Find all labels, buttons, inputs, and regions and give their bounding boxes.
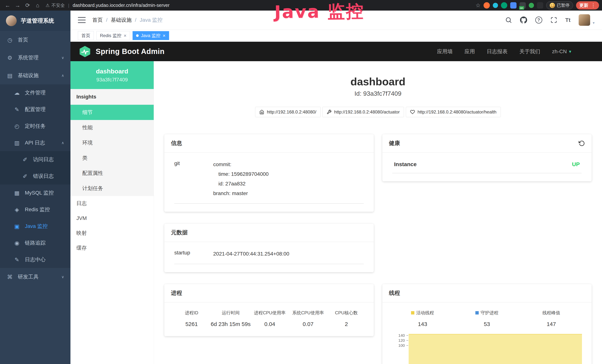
tag-label: Java 监控 xyxy=(141,33,160,39)
reload-icon[interactable]: ⟳ xyxy=(23,1,32,10)
git-row: git commit: time: 1596289704000 id: 27aa… xyxy=(174,159,364,203)
github-icon[interactable] xyxy=(520,17,527,23)
fullscreen-icon[interactable] xyxy=(550,17,557,23)
sidebar-item-error-logs[interactable]: ✐ 错误日志 xyxy=(0,168,70,184)
sba-nav-journal[interactable]: 日志报表 xyxy=(487,48,508,55)
sba-item-environment[interactable]: 环境 xyxy=(70,135,154,150)
address-bar[interactable]: ⚠ 不安全 | dashboard.yudao.iocoder.cn/infra… xyxy=(46,2,475,8)
chevron-down-icon: ▾ xyxy=(569,49,571,54)
health-url: http://192.168.0.2:48080/actuator/health xyxy=(418,109,496,115)
sba-nav-wallboard[interactable]: 应用墙 xyxy=(437,48,453,55)
browser-home-icon[interactable]: ⌂ xyxy=(33,1,42,10)
sidebar-item-dev-tools[interactable]: ⌘ 研发工具 ∨ xyxy=(0,268,70,286)
sidebar-item-label: 错误日志 xyxy=(33,173,54,180)
extension-switch-icon[interactable]: on xyxy=(519,2,526,9)
y-tick: 140 xyxy=(398,333,405,338)
history-icon[interactable] xyxy=(579,140,585,147)
search-icon[interactable] xyxy=(505,17,512,23)
tag-java-monitor[interactable]: Java 监控 × xyxy=(133,31,169,40)
info-card: 信息 git commit: time: 1596289704000 id: 2… xyxy=(164,134,374,212)
sidebar-item-api-logs[interactable]: ▥ API 日志 ∧ xyxy=(0,134,70,151)
app-logo[interactable]: 芋道管理系统 xyxy=(0,11,70,31)
sidebar-item-tracing[interactable]: ◉ 链路追踪 xyxy=(0,235,70,251)
extension-leaf-icon[interactable] xyxy=(529,3,534,8)
actuator-url-button[interactable]: http://192.168.0.2:48080/actuator xyxy=(322,107,404,117)
breadcrumb-infra[interactable]: 基础设施 xyxy=(111,17,132,23)
extension-check-icon[interactable] xyxy=(501,2,507,9)
sidebar-item-access-logs[interactable]: ✐ 访问日志 xyxy=(0,151,70,168)
home-icon xyxy=(259,110,264,114)
instance-links: http://192.168.0.2:48080/ http://192.168… xyxy=(164,107,592,117)
close-icon[interactable]: × xyxy=(124,33,127,38)
sba-nav-about[interactable]: 关于我们 xyxy=(519,48,540,55)
url-text[interactable]: dashboard.yudao.iocoder.cn/infra/admin-s… xyxy=(73,3,170,8)
tag-label: 首页 xyxy=(81,33,90,39)
hamburger-icon[interactable] xyxy=(78,17,86,23)
sidebar-item-config-manage[interactable]: ✎ 配置管理 xyxy=(0,101,70,118)
sidebar-item-label: API 日志 xyxy=(25,139,45,146)
sba-item-jvm[interactable]: JVM xyxy=(70,211,154,226)
security-warning[interactable]: ⚠ 不安全 xyxy=(46,2,65,8)
sba-brand[interactable]: Spring Boot Admin xyxy=(79,46,164,57)
heart-icon xyxy=(410,110,415,114)
sba-item-scheduled-tasks[interactable]: 计划任务 xyxy=(70,181,154,196)
sba-title: Spring Boot Admin xyxy=(96,47,164,56)
sba-item-config-props[interactable]: 配置属性 xyxy=(70,166,154,181)
sba-nav-applications[interactable]: 应用 xyxy=(465,48,475,55)
sba-item-mappings[interactable]: 映射 xyxy=(70,226,154,240)
instance-id: 93a3fc7f7409 xyxy=(97,77,128,83)
sidebar-item-scheduled-jobs[interactable]: ◴ 定时任务 xyxy=(0,118,70,134)
extension-grid-icon[interactable] xyxy=(510,2,516,9)
instance-header[interactable]: dashboard 93a3fc7f7409 xyxy=(70,61,154,89)
service-url-button[interactable]: http://192.168.0.2:48080/ xyxy=(255,107,321,117)
process-value-cpu: 0.04 xyxy=(251,321,289,327)
update-button[interactable]: 更新 ⋮ xyxy=(576,1,599,10)
back-icon[interactable]: ← xyxy=(3,1,12,10)
instance-title: dashboard xyxy=(164,75,592,88)
sidebar-item-label: Redis 监控 xyxy=(25,206,50,213)
health-instance-label: Instance xyxy=(394,161,417,167)
sba-item-logs[interactable]: 日志 xyxy=(70,196,154,211)
sba-item-metrics[interactable]: 性能 xyxy=(70,120,154,135)
sidebar-item-label: 配置管理 xyxy=(25,106,46,113)
extension-puzzle-icon[interactable] xyxy=(537,2,543,9)
sba-body: dashboard 93a3fc7f7409 Insights 细节 性能 环境… xyxy=(70,61,602,364)
close-icon[interactable]: × xyxy=(163,33,166,38)
user-avatar[interactable] xyxy=(579,14,590,26)
paused-badge[interactable]: 已暂停 xyxy=(546,1,573,10)
tag-redis-monitor[interactable]: Redis 监控 × xyxy=(97,31,130,40)
sidebar-item-file-manage[interactable]: ☁ 文件管理 xyxy=(0,84,70,101)
health-url-button[interactable]: http://192.168.0.2:48080/actuator/health xyxy=(406,107,501,117)
sidebar-item-label: 日志中心 xyxy=(25,256,46,263)
sba-item-classes[interactable]: 类 xyxy=(70,150,154,166)
sidebar-item-java-monitor[interactable]: ▣ Java 监控 xyxy=(0,218,70,235)
browser-menu-icon[interactable]: ⋮ xyxy=(591,2,596,8)
chart-y-axis: 140 120 100 xyxy=(390,333,408,357)
bookmark-star-icon[interactable]: ☆ xyxy=(475,2,481,9)
avatar[interactable] xyxy=(579,14,590,26)
app-sidebar: 芋道管理系统 ◷ 首页 ⚙ 系统管理 ∨ ▤ 基础设施 ∧ ☁ 文件管理 xyxy=(0,11,70,364)
sidebar-item-log-center[interactable]: ✎ 日志中心 xyxy=(0,251,70,268)
sidebar-item-mysql-monitor[interactable]: ▦ MySQL 监控 xyxy=(0,184,70,201)
sidebar-item-home[interactable]: ◷ 首页 xyxy=(0,31,70,49)
sidebar-item-infra[interactable]: ▤ 基础设施 ∧ xyxy=(0,66,70,84)
live-threads-area xyxy=(409,334,582,364)
avatar-caret-icon[interactable]: ▾ xyxy=(593,15,595,25)
extension-drop-icon[interactable] xyxy=(493,3,498,8)
process-header: 系统CPU使用率 xyxy=(289,310,327,316)
help-icon[interactable]: ? xyxy=(535,17,542,23)
main-column: 首页 / 基础设施 / Java 监控 ? xyxy=(70,11,602,364)
forward-icon[interactable]: → xyxy=(13,1,22,10)
sidebar-item-redis-monitor[interactable]: ◈ Redis 监控 xyxy=(0,201,70,218)
locale-selector[interactable]: zh-CN ▾ xyxy=(552,49,571,54)
logo-avatar xyxy=(6,15,17,26)
tag-home[interactable]: 首页 xyxy=(78,31,94,40)
text-size-icon[interactable]: Tt xyxy=(565,17,570,23)
breadcrumb-home[interactable]: 首页 xyxy=(92,17,103,23)
extension-fox-icon[interactable] xyxy=(484,2,490,9)
sba-item-details[interactable]: 细节 xyxy=(70,105,154,120)
breadcrumb-current: Java 监控 xyxy=(140,17,163,23)
sba-item-caches[interactable]: 缓存 xyxy=(70,240,154,255)
legend-live-threads: 活动线程 xyxy=(390,310,455,316)
sidebar-item-system[interactable]: ⚙ 系统管理 ∨ xyxy=(0,49,70,66)
